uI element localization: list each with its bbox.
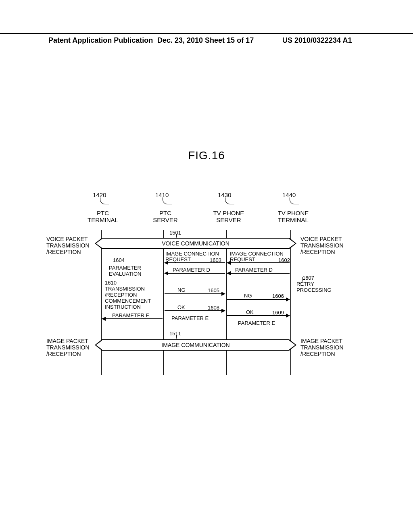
msg-label: NG [177,287,186,293]
page-header: Patent Application Publication Dec. 23, … [0,33,413,36]
ref-1610: 1610 [105,280,117,286]
side-left-voice: VOICE PACKET TRANSMISSION /RECEPTION [46,236,90,255]
lifeline [101,230,102,375]
actor-label-tv-phone-server: TV PHONE SERVER [211,210,247,224]
lifeline [290,230,291,375]
actor-label-tv-phone-terminal: TV PHONE TERMINAL [275,210,311,224]
msg-label: PARAMETER E [171,316,209,321]
ref-1607: 1607 [302,275,314,281]
msg-label: NG [244,293,252,299]
figure-title: FIG.16 [0,149,413,162]
ref-1605: 1605 [208,287,219,293]
side-left-image: IMAGE PACKET TRANSMISSION /RECEPTION [46,338,90,357]
arrow-left-icon [95,339,102,351]
ref-1606: 1606 [272,293,284,299]
lead-icon [100,197,109,204]
actor-label-ptc-terminal: PTC TERMINAL [87,210,119,224]
wide-arrow-label: IMAGE COMMUNICATION [102,339,289,351]
msg-label: OK [177,305,185,310]
ann-retry-processing: RETRY PROCESSING [296,281,332,293]
ref-1608: 1608 [208,305,219,311]
header-right: US 2010/0322234 A1 [282,36,352,45]
ref-1604: 1604 [113,257,125,263]
msg-ng-1606 [227,299,290,300]
msg-ng-1605 [165,293,225,294]
arrow-left-icon [95,238,102,249]
header-left: Patent Application Publication [48,36,153,45]
ref-1609: 1609 [272,310,284,316]
ref-1603: 1603 [210,257,221,263]
lead-icon [225,197,234,204]
ann-transmission-instruction: TRANSMISSION /RECEPTION COMMENCEMENT INS… [105,286,151,310]
msg-label: OK [246,310,254,315]
msg-label: PARAMETER E [238,320,275,326]
lifeline [163,230,164,375]
arrow-right-icon [289,339,296,351]
ann-parameter-evaluation: PARAMETER EVALUATION [109,265,141,277]
arrow-right-icon [289,238,296,249]
side-right-voice: VOICE PACKET TRANSMISSION /RECEPTION [300,236,344,255]
ref-1602: 1602 [278,257,290,263]
lifeline [226,230,227,375]
side-right-image: IMAGE PACKET TRANSMISSION /RECEPTION [300,338,344,357]
msg-label: PARAMETER D [173,267,210,273]
actor-label-ptc-server: PTC SERVER [151,210,179,224]
sequence-diagram: 1420 PTC TERMINAL 1410 PTC SERVER 1430 T… [48,185,371,375]
msg-label: PARAMETER F [112,313,149,318]
wide-arrow-label: VOICE COMMUNICATION [102,238,289,249]
lead-icon [290,197,299,204]
image-communication-arrow: IMAGE COMMUNICATION [95,339,296,351]
msg-label: PARAMETER D [235,267,273,273]
header-mid: Dec. 23, 2010 Sheet 15 of 17 [157,36,254,45]
lead-icon [163,197,172,204]
voice-communication-arrow: VOICE COMMUNICATION [95,238,296,249]
